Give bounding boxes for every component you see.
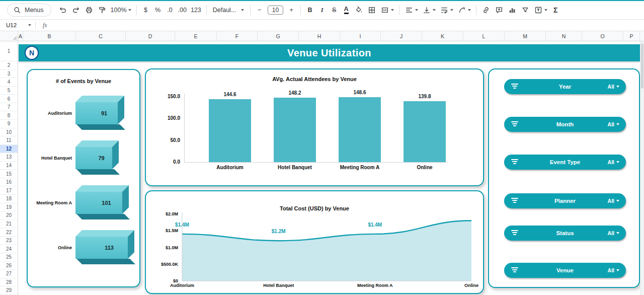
select-all-corner[interactable] [0, 31, 18, 41]
menus-search-button[interactable]: Menus [7, 4, 51, 17]
row-header-13[interactable]: 13 [0, 153, 18, 162]
column-header-C[interactable]: C [76, 31, 126, 41]
row-header-23[interactable]: 23 [0, 237, 18, 245]
column-header-L[interactable]: L [463, 31, 505, 41]
column-header-H[interactable]: H [299, 31, 340, 41]
toolbar-separator [476, 5, 476, 15]
caret-down-icon [128, 9, 131, 11]
increase-font-size-button[interactable]: + [285, 4, 297, 17]
data-label: 144.6 [209, 92, 251, 97]
text-color-button[interactable]: A [340, 4, 352, 17]
scrollbar-thumb[interactable] [641, 43, 643, 89]
italic-button[interactable]: I [316, 4, 328, 17]
functions-button[interactable]: Σ [549, 4, 561, 17]
bar-hotel-banquet: 79 [75, 140, 120, 176]
undo-button[interactable] [56, 4, 69, 17]
row-header-8[interactable]: 8 [0, 111, 18, 120]
print-icon [85, 6, 94, 15]
column-header-N[interactable]: N [546, 31, 582, 41]
row-header-15[interactable]: 15 [0, 170, 18, 178]
filter-views-button[interactable] [532, 4, 549, 17]
column-header-A[interactable]: A [18, 31, 23, 41]
bold-button[interactable]: B [304, 4, 316, 17]
filter-month[interactable]: MonthAll [504, 117, 626, 132]
chart-icon [508, 6, 517, 15]
row-header-27[interactable]: 27 [0, 270, 18, 278]
filter-event-type[interactable]: Event TypeAll [504, 155, 626, 170]
column-header-K[interactable]: K [422, 31, 463, 41]
text-wrap-button[interactable] [438, 4, 455, 17]
more-formats-button[interactable]: 123 [189, 4, 203, 17]
borders-button[interactable] [365, 4, 378, 17]
row-header-9[interactable]: 9 [0, 120, 18, 128]
decrease-decimals-button[interactable]: .0 [164, 4, 176, 17]
filter-value-dropdown[interactable]: All [608, 263, 619, 278]
column-header-G[interactable]: G [258, 31, 299, 41]
format-percent-button[interactable]: % [152, 4, 164, 17]
filter-year[interactable]: YearAll [504, 79, 626, 94]
row-header-19[interactable]: 19 [0, 203, 18, 212]
zoom-button[interactable]: 100% [109, 4, 133, 17]
filter-status[interactable]: StatusAll [504, 226, 626, 241]
row-header-28[interactable]: 28 [0, 278, 18, 287]
insert-link-button[interactable] [479, 4, 493, 17]
horizontal-align-button[interactable] [403, 4, 420, 17]
column-header-I[interactable]: I [340, 31, 381, 41]
column-header-B[interactable]: B [23, 31, 76, 41]
filter-value-dropdown[interactable]: All [608, 79, 619, 94]
filter-value-dropdown[interactable]: All [608, 226, 619, 241]
create-filter-button[interactable] [519, 4, 532, 17]
increase-decimals-button[interactable]: .00 [176, 4, 189, 17]
redo-button[interactable] [69, 4, 83, 17]
row-header-14[interactable]: 14 [0, 162, 18, 170]
filter-venue[interactable]: VenueAll [504, 263, 626, 278]
row-header-26[interactable]: 26 [0, 262, 18, 270]
row-header-1[interactable]: 1 [0, 41, 18, 61]
area-fill [182, 220, 471, 281]
row-header-16[interactable]: 16 [0, 178, 18, 187]
vertical-align-button[interactable] [420, 4, 438, 17]
filter-value-dropdown[interactable]: All [608, 155, 619, 170]
row-header-20[interactable]: 20 [0, 211, 18, 220]
row-header-3[interactable]: 3 [0, 70, 18, 79]
insert-chart-button[interactable] [506, 4, 519, 17]
row-header-2[interactable]: 2 [0, 61, 18, 70]
column-header-D[interactable]: D [126, 31, 175, 41]
font-button[interactable]: Defaul... [210, 4, 247, 17]
row-header-11[interactable]: 11 [0, 136, 18, 145]
row-header-7[interactable]: 7 [0, 103, 18, 112]
column-header-P[interactable]: P [623, 31, 640, 41]
strikethrough-button[interactable]: S [328, 4, 340, 17]
name-box[interactable]: U12 [0, 20, 35, 31]
row-header-6[interactable]: 6 [0, 95, 18, 103]
merge-cells-button[interactable] [378, 4, 396, 17]
text-rotation-button[interactable] [455, 4, 473, 17]
fill-color-button[interactable] [352, 4, 365, 17]
filter-value-dropdown[interactable]: All [608, 193, 619, 208]
row-header-12[interactable]: 12 [0, 145, 18, 154]
decrease-font-size-button[interactable]: − [254, 4, 266, 17]
column-header-M[interactable]: M [505, 31, 546, 41]
column-header-J[interactable]: J [381, 31, 422, 41]
row-header-18[interactable]: 18 [0, 195, 18, 203]
row-header-4[interactable]: 4 [0, 78, 18, 87]
column-header-O[interactable]: O [582, 31, 623, 41]
column-header-E[interactable]: E [175, 31, 217, 41]
row-header-25[interactable]: 25 [0, 253, 18, 262]
font-size-button[interactable]: 10 [266, 4, 285, 17]
insert-comment-button[interactable] [493, 4, 506, 17]
print-button[interactable] [83, 4, 96, 17]
column-header-F[interactable]: F [217, 31, 258, 41]
row-header-5[interactable]: 5 [0, 87, 18, 95]
row-header-10[interactable]: 10 [0, 128, 18, 137]
format-currency-button[interactable]: $ [140, 4, 152, 17]
vertical-scrollbar[interactable] [640, 41, 644, 295]
row-header-17[interactable]: 17 [0, 186, 18, 195]
row-header-21[interactable]: 21 [0, 220, 18, 229]
filter-planner[interactable]: PlannerAll [504, 193, 626, 208]
paint-format-button[interactable] [96, 4, 109, 17]
row-header-22[interactable]: 22 [0, 228, 18, 237]
row-header-24[interactable]: 24 [0, 245, 18, 253]
filter-value-dropdown[interactable]: All [608, 117, 619, 132]
row-header-29[interactable]: 29 [0, 286, 18, 295]
